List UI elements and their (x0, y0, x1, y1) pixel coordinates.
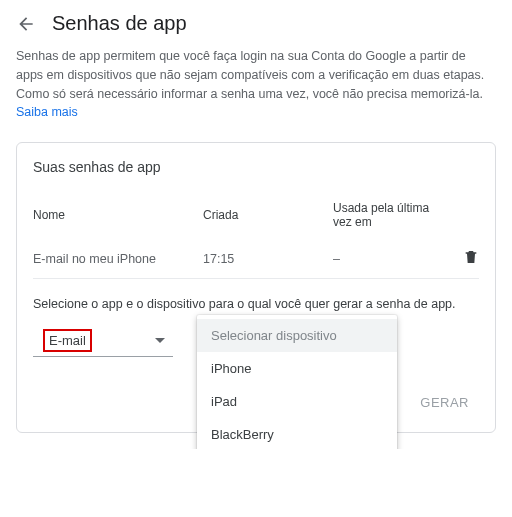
table-row: E-mail no meu iPhone 17:15 – (33, 239, 479, 279)
cell-name: E-mail no meu iPhone (33, 252, 203, 266)
device-menu-item-iphone[interactable]: iPhone (197, 352, 397, 385)
learn-more-link[interactable]: Saiba mais (16, 105, 78, 119)
description-body: Senhas de app permitem que você faça log… (16, 49, 484, 101)
selector-row: E-mail Selecionar dispositivo iPhone iPa… (33, 325, 479, 357)
page-title: Senhas de app (52, 12, 187, 35)
col-header-lastused: Usada pela última vez em (333, 201, 451, 229)
app-passwords-card: Suas senhas de app Nome Criada Usada pel… (16, 142, 496, 433)
device-menu-placeholder: Selecionar dispositivo (197, 319, 397, 352)
device-menu-item-ipad[interactable]: iPad (197, 385, 397, 418)
device-dropdown-menu: Selecionar dispositivo iPhone iPad Black… (197, 315, 397, 449)
back-arrow-icon[interactable] (16, 14, 36, 34)
select-hint: Selecione o app e o dispositivo para o q… (33, 297, 479, 311)
page-header: Senhas de app (0, 0, 512, 43)
card-title: Suas senhas de app (33, 159, 479, 175)
device-menu-item-blackberry[interactable]: BlackBerry (197, 418, 397, 449)
table-header-row: Nome Criada Usada pela última vez em (33, 191, 479, 239)
col-header-created: Criada (203, 208, 333, 222)
cell-lastused: – (333, 252, 451, 266)
chevron-down-icon (155, 338, 165, 343)
app-dropdown-label: E-mail (43, 329, 92, 352)
generate-button[interactable]: GERAR (410, 389, 479, 416)
app-dropdown[interactable]: E-mail (33, 325, 173, 357)
delete-icon[interactable] (451, 249, 479, 268)
col-header-name: Nome (33, 208, 203, 222)
description-text: Senhas de app permitem que você faça log… (0, 43, 512, 134)
cell-created: 17:15 (203, 252, 333, 266)
